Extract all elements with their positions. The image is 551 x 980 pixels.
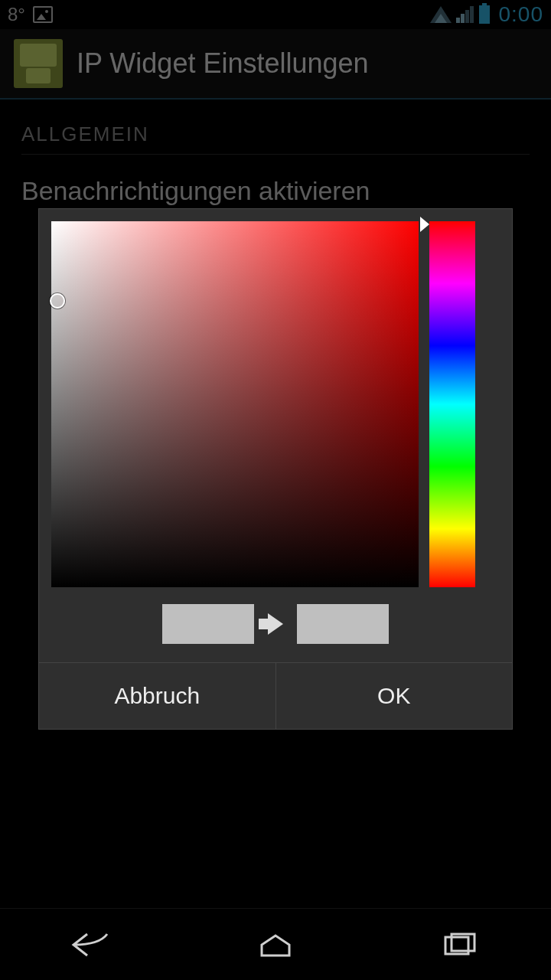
- sv-cursor-icon[interactable]: [50, 293, 65, 309]
- ok-button[interactable]: OK: [276, 663, 513, 729]
- saturation-value-panel[interactable]: [51, 221, 419, 587]
- system-navigation-bar: [0, 908, 551, 980]
- color-picker-dialog: Abbruch OK: [38, 208, 513, 730]
- arrow-right-icon: [268, 613, 283, 635]
- color-swatch-row: [39, 599, 512, 662]
- current-color-swatch: [162, 604, 254, 644]
- hue-indicator-icon[interactable]: [420, 217, 429, 232]
- new-color-swatch: [297, 604, 389, 644]
- home-icon: [253, 929, 298, 960]
- recent-apps-button[interactable]: [413, 923, 505, 966]
- back-icon: [69, 929, 115, 960]
- dialog-button-bar: Abbruch OK: [39, 662, 512, 729]
- home-button[interactable]: [230, 923, 321, 966]
- cancel-button[interactable]: Abbruch: [39, 663, 276, 729]
- back-button[interactable]: [46, 923, 138, 966]
- hue-slider[interactable]: [429, 221, 475, 587]
- recent-icon: [436, 929, 482, 960]
